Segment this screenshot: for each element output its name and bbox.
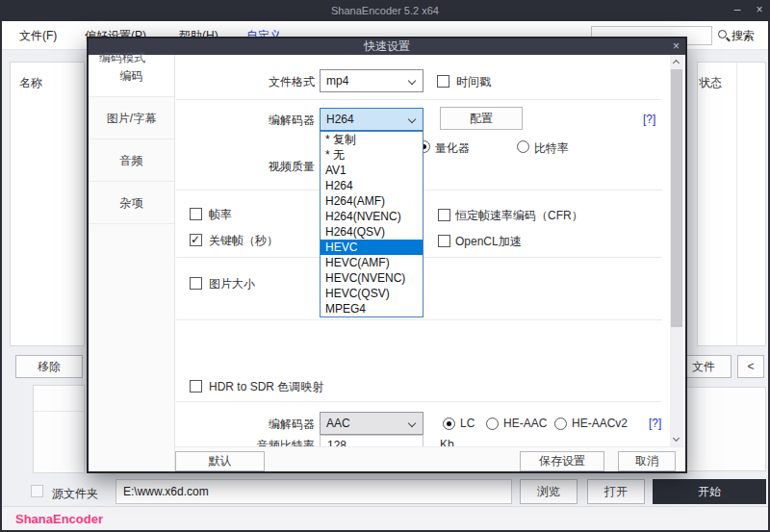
start-button[interactable]: 开始 [653, 479, 766, 504]
source-folder-label: 源文件夹 [52, 486, 98, 502]
save-settings-button[interactable]: 保存设置 [520, 451, 604, 471]
opencl-checkbox[interactable] [438, 235, 450, 247]
keyframe-checkbox[interactable] [190, 234, 202, 246]
format-value: mp4 [326, 74, 348, 88]
dialog-sidebar: 编码 图片/字幕 音频 杂项 [89, 55, 175, 471]
dialog-content: 文件格式 mp4 时间戳 编解码器 H264 配置 [?] 量化器 比特率 视频… [176, 55, 670, 446]
heaacv2-label: HE-AACv2 [572, 417, 628, 430]
preview-box-left [33, 385, 85, 473]
lc-label: LC [460, 417, 475, 430]
column-status[interactable]: 状态 [699, 75, 722, 91]
browse-button[interactable]: 浏览 [520, 479, 578, 504]
search-icon[interactable] [718, 30, 727, 38]
codec-option[interactable]: H264(NVENC) [321, 209, 423, 224]
menu-file[interactable]: 文件(F) [19, 21, 57, 50]
codec-option[interactable]: MPEG4 [321, 301, 423, 317]
chevron-down-icon [408, 77, 416, 85]
cfr-checkbox[interactable] [438, 209, 450, 221]
framerate-checkbox[interactable] [190, 208, 202, 220]
opencl-label: OpenCL加速 [455, 234, 522, 250]
cancel-button[interactable]: 取消 [618, 451, 676, 471]
divider [176, 319, 662, 320]
minimize-button[interactable]: – [727, 0, 748, 21]
codec-option[interactable]: * 无 [321, 147, 423, 163]
sidebar-item-audio[interactable]: 音频 [89, 139, 174, 182]
picture-size-checkbox[interactable] [190, 277, 202, 290]
dialog-footer: 默认 保存设置 取消 [175, 446, 685, 471]
status-bar [0, 506, 770, 532]
quantizer-label: 量化器 [435, 140, 470, 157]
scroll-down-icon[interactable] [673, 435, 680, 442]
video-codec-label: 编解码器 [218, 113, 315, 129]
close-button[interactable]: × [750, 0, 769, 21]
configure-button[interactable]: 配置 [440, 107, 523, 130]
hdr-checkbox[interactable] [190, 380, 202, 393]
file-list-right [697, 62, 766, 346]
codec-option[interactable]: H264(QSV) [321, 224, 423, 240]
audio-bitrate-unit: Kb [440, 438, 454, 446]
bitrate-radio[interactable] [517, 140, 529, 153]
audio-codec-select[interactable]: AAC [320, 412, 424, 435]
divider [176, 99, 662, 100]
titlebar[interactable]: ShanaEncoder 5.2 x64 [0, 0, 770, 21]
dialog-scrollbar[interactable] [670, 55, 683, 446]
video-codec-select[interactable]: H264 [320, 108, 424, 131]
timestamp-label: 时间戳 [456, 74, 491, 90]
preview-box-right [681, 387, 766, 471]
heaacv2-radio[interactable] [554, 418, 567, 430]
codec-option[interactable]: * 复制 [321, 132, 423, 147]
scroll-up-icon[interactable] [673, 60, 680, 66]
quality-label: 视频质量 [218, 159, 315, 175]
video-help-link[interactable]: [?] [643, 113, 655, 126]
codec-option[interactable]: H264 [321, 178, 423, 193]
dialog-titlebar[interactable]: 快速设置 [89, 38, 685, 55]
video-codec-value: H264 [326, 113, 354, 126]
picture-size-label: 图片大小 [209, 276, 255, 292]
codec-option[interactable]: HEVC(AMF) [321, 255, 423, 270]
open-button[interactable]: 打开 [587, 479, 645, 504]
audio-bitrate-label: 音频比特率 [218, 438, 315, 446]
sidebar-item-picture-subtitle[interactable]: 图片/字幕 [89, 97, 174, 139]
keyframe-label: 关键帧（秒） [209, 233, 278, 249]
codec-option[interactable]: H264(AMF) [321, 193, 423, 209]
audio-codec-value: AAC [326, 417, 350, 430]
audio-codec-label: 编解码器 [218, 417, 315, 433]
audio-bitrate-input[interactable]: 128 [320, 435, 424, 446]
brand-logo: ShanaEncoder [15, 512, 103, 526]
lc-radio[interactable] [443, 418, 455, 430]
format-label: 文件格式 [218, 74, 315, 90]
framerate-label: 帧率 [209, 207, 232, 223]
codec-option[interactable]: AV1 [321, 163, 423, 178]
encode-mode-label: 编码模式 [99, 50, 145, 66]
audio-help-link[interactable]: [?] [649, 417, 661, 430]
hdr-label: HDR to SDR 色调映射 [209, 379, 323, 395]
heaac-label: HE-AAC [503, 417, 547, 430]
column-divider [736, 63, 737, 345]
collapse-button[interactable]: < [737, 355, 764, 378]
heaac-radio[interactable] [486, 418, 499, 430]
column-name[interactable]: 名称 [19, 75, 42, 91]
remove-button[interactable]: 移除 [15, 355, 83, 378]
format-select[interactable]: mp4 [320, 69, 424, 92]
timestamp-checkbox[interactable] [437, 75, 449, 88]
quick-settings-dialog: 快速设置 × 编码 图片/字幕 音频 杂项 文件格式 mp4 时间戳 编解码器 … [87, 37, 687, 473]
path-input[interactable]: E:\www.x6d.com [116, 479, 512, 504]
dialog-title: 快速设置 [89, 38, 685, 55]
codec-option[interactable]: HEVC(QSV) [321, 286, 423, 301]
default-button[interactable]: 默认 [175, 451, 265, 471]
scrollbar-thumb[interactable] [671, 69, 682, 327]
chevron-down-icon [408, 115, 416, 123]
chevron-down-icon [408, 419, 416, 427]
file-list-left [10, 62, 85, 346]
codec-option-selected[interactable]: HEVC [321, 240, 423, 255]
sidebar-item-misc[interactable]: 杂项 [89, 182, 174, 224]
divider [176, 401, 662, 402]
window-title: ShanaEncoder 5.2 x64 [0, 0, 770, 21]
search-button[interactable]: 搜索 [732, 21, 755, 50]
dialog-close-button[interactable]: × [673, 38, 680, 54]
cfr-label: 恒定帧速率编码（CFR） [455, 208, 583, 224]
source-folder-checkbox[interactable] [31, 485, 43, 497]
codec-dropdown-list: * 复制 * 无 AV1 H264 H264(AMF) H264(NVENC) … [320, 131, 424, 317]
preview-divider [34, 411, 84, 412]
codec-option[interactable]: HEVC(NVENC) [321, 270, 423, 286]
